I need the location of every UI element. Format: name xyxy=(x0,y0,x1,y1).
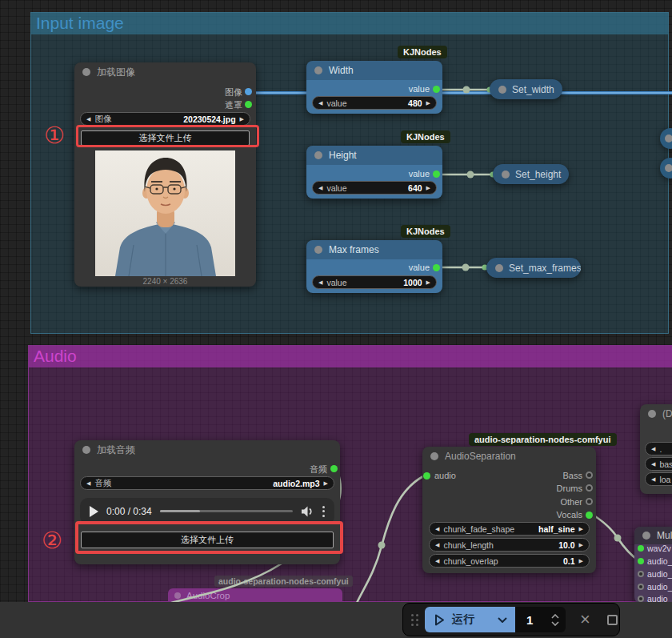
node-load-image-titlebar[interactable]: 加载图像 xyxy=(74,62,256,82)
decrement-arrow-icon[interactable]: ◀ xyxy=(318,185,322,191)
collapse-dot-icon[interactable] xyxy=(314,246,322,254)
node-graph-canvas[interactable]: Input image Audio audio-separation-nodes… xyxy=(0,0,672,638)
wav2v-input-slot[interactable] xyxy=(638,545,644,552)
audio-output-slot[interactable] xyxy=(330,465,338,472)
batch-count-spinner[interactable]: 1 xyxy=(515,607,566,632)
node-width-titlebar[interactable]: Width xyxy=(306,61,442,80)
queue-toolbar[interactable]: 运行 1 × xyxy=(402,603,620,636)
audio-input-slot[interactable] xyxy=(423,472,430,480)
prev-arrow-icon[interactable]: ◀ xyxy=(651,476,655,483)
increment-arrow-icon[interactable]: ▶ xyxy=(426,279,430,286)
play-icon[interactable] xyxy=(90,506,98,517)
image-file-widget[interactable]: ◀ 图像 20230524.jpg ▶ xyxy=(80,112,250,126)
node-audio-separation[interactable]: AudioSeparation audio Bass Drums Other V… xyxy=(422,447,596,573)
audio-input-slot[interactable] xyxy=(638,596,644,602)
collapse-dot-icon[interactable] xyxy=(314,66,322,74)
clear-queue-icon[interactable]: × xyxy=(580,611,590,628)
decrement-arrow-icon[interactable]: ◀ xyxy=(318,100,322,106)
node-set-height[interactable]: Set_height xyxy=(493,164,569,184)
collapse-dot-icon[interactable] xyxy=(642,532,650,540)
collapse-dot-icon[interactable] xyxy=(314,151,322,159)
max-frames-output-slot[interactable] xyxy=(433,264,440,271)
collapse-dot-icon[interactable] xyxy=(665,164,672,172)
node-set-width[interactable]: Set_width xyxy=(490,79,562,99)
collapse-dot-icon[interactable] xyxy=(498,86,506,94)
chunk-fade-shape-widget[interactable]: ◀ chunk_fade_shape half_sine ▶ xyxy=(429,522,590,536)
decrement-arrow-icon[interactable]: ◀ xyxy=(435,558,439,564)
partial-widget[interactable]: ◀ loa xyxy=(645,472,672,486)
audio-seek-bar[interactable] xyxy=(160,510,293,512)
decrement-arrow-icon[interactable]: ◀ xyxy=(318,279,322,286)
node-partial-doc-titlebar[interactable]: (Do xyxy=(640,404,672,423)
collapse-dot-icon[interactable] xyxy=(665,134,672,142)
highlight-box-2 xyxy=(75,521,343,554)
other-output-slot[interactable] xyxy=(586,498,593,505)
collapse-dot-icon[interactable] xyxy=(648,410,656,418)
collapse-dot-icon[interactable] xyxy=(495,264,503,272)
audio-file-widget[interactable]: ◀ 音频 audio2.mp3 ▶ xyxy=(80,476,334,490)
volume-icon[interactable] xyxy=(301,506,314,517)
audio-widget-name: 音频 xyxy=(94,478,111,489)
node-height[interactable]: Height value ◀ value 640 ▶ xyxy=(306,146,442,199)
node-max-frames-titlebar[interactable]: Max frames xyxy=(306,240,442,259)
node-partial-multi-title: Mul xyxy=(657,530,672,541)
next-arrow-icon[interactable]: ▶ xyxy=(579,526,583,532)
prev-arrow-icon[interactable]: ◀ xyxy=(435,526,439,532)
node-partial-doc[interactable]: (Do ◀ . ◀ bas ◀ loa xyxy=(640,404,672,494)
prev-arrow-icon[interactable]: ◀ xyxy=(651,461,655,467)
output-image-slot[interactable] xyxy=(245,88,252,95)
prev-arrow-icon[interactable]: ◀ xyxy=(86,480,90,487)
run-button[interactable]: 运行 xyxy=(425,607,515,632)
node-width[interactable]: Width value ◀ value 480 ▶ xyxy=(306,61,442,114)
increment-arrow-icon[interactable]: ▶ xyxy=(579,558,583,564)
collapse-dot-icon[interactable] xyxy=(82,68,90,76)
audio-input-slot[interactable] xyxy=(638,571,644,577)
width-value-widget[interactable]: ◀ value 480 ▶ xyxy=(312,96,437,110)
next-arrow-icon[interactable]: ▶ xyxy=(324,480,328,487)
collapse-dot-icon[interactable] xyxy=(502,171,510,179)
prev-arrow-icon[interactable]: ◀ xyxy=(651,446,655,452)
node-partial-multi[interactable]: Mul wav2v audio_ audio_ audio_ audio xyxy=(634,527,672,604)
audio-input-label: audio_ xyxy=(647,582,672,592)
drums-output-slot[interactable] xyxy=(586,484,593,492)
output-mask-slot[interactable] xyxy=(245,101,252,108)
spinner-up-icon[interactable] xyxy=(551,614,559,619)
spinner-down-icon[interactable] xyxy=(551,621,559,626)
width-output-slot[interactable] xyxy=(433,86,440,93)
bass-output-slot[interactable] xyxy=(586,471,593,479)
node-set-max-frames[interactable]: Set_max_frames xyxy=(486,258,581,278)
node-load-image[interactable]: 加载图像 图像 遮罩 ◀ 图像 20230524.jpg ▶ 选择文件上传 xyxy=(74,62,256,287)
audio-widget-value: audio2.mp3 xyxy=(273,479,319,488)
node-load-audio-title: 加载音频 xyxy=(97,443,135,457)
increment-arrow-icon[interactable]: ▶ xyxy=(426,185,430,191)
next-arrow-icon[interactable]: ▶ xyxy=(240,116,244,122)
vocals-output-slot[interactable] xyxy=(586,512,593,519)
node-load-audio-titlebar[interactable]: 加载音频 xyxy=(74,440,340,459)
prev-arrow-icon[interactable]: ◀ xyxy=(86,116,90,122)
collapse-dot-icon[interactable] xyxy=(82,446,90,454)
audio-input-slot[interactable] xyxy=(638,584,644,590)
image-widget-name: 图像 xyxy=(94,114,111,125)
drag-handle-icon[interactable] xyxy=(411,614,418,626)
chunk-overlap-widget[interactable]: ◀ chunk_overlap 0.1 ▶ xyxy=(429,554,590,568)
node-max-frames[interactable]: Max frames value ◀ value 1000 ▶ xyxy=(306,240,442,293)
collapse-dot-icon[interactable] xyxy=(430,452,438,460)
node-height-titlebar[interactable]: Height xyxy=(306,146,442,165)
width-output-label: value xyxy=(409,84,430,94)
partial-widget[interactable]: ◀ bas xyxy=(645,457,672,471)
wav2v-input-label: wav2v xyxy=(647,544,671,553)
node-audio-separation-titlebar[interactable]: AudioSeparation xyxy=(422,447,596,466)
partial-widget[interactable]: ◀ . xyxy=(645,442,672,455)
decrement-arrow-icon[interactable]: ◀ xyxy=(435,542,439,548)
player-menu-icon[interactable] xyxy=(322,506,325,517)
height-output-slot[interactable] xyxy=(433,171,440,178)
audio-input-slot[interactable] xyxy=(638,558,644,564)
stop-icon[interactable] xyxy=(607,615,618,625)
height-value-widget[interactable]: ◀ value 640 ▶ xyxy=(312,181,437,195)
node-partial-multi-titlebar[interactable]: Mul xyxy=(634,527,672,544)
max-frames-value-widget[interactable]: ◀ value 1000 ▶ xyxy=(312,275,437,289)
increment-arrow-icon[interactable]: ▶ xyxy=(579,542,583,548)
increment-arrow-icon[interactable]: ▶ xyxy=(426,100,430,106)
run-options-chevron-icon[interactable] xyxy=(498,617,507,623)
chunk-length-widget[interactable]: ◀ chunk_length 10.0 ▶ xyxy=(429,538,590,552)
